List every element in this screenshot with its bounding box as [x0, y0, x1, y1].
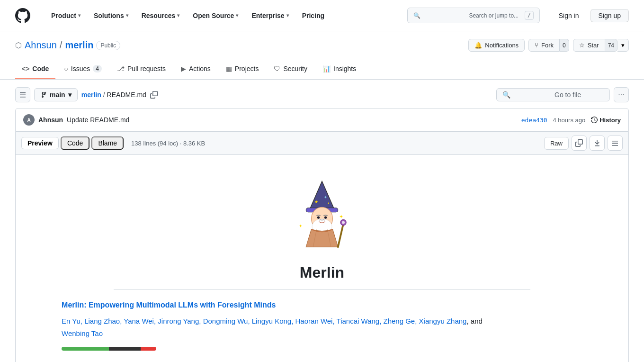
svg-text:✦: ✦	[324, 195, 327, 199]
code-tab[interactable]: Code	[61, 136, 89, 150]
nav-enterprise[interactable]: Enterprise ▾	[246, 8, 294, 23]
visibility-badge: Public	[96, 41, 120, 50]
author-xiangyu-zhang[interactable]: Xiangyu Zhang	[419, 317, 467, 325]
fork-button[interactable]: ⑂ Fork	[528, 39, 560, 52]
commit-author[interactable]: Ahnsun	[38, 116, 63, 124]
readme-paper-link[interactable]: Merlin: Empowering Multimodal LLMs with …	[62, 301, 276, 309]
commit-info-right: edea430 4 hours ago History	[521, 117, 621, 124]
security-icon: 🛡	[274, 65, 280, 72]
nav-opensource[interactable]: Open Source ▾	[187, 8, 244, 23]
breadcrumb-repo-link[interactable]: merlin	[81, 91, 101, 99]
svg-text:✦: ✦	[299, 224, 303, 228]
author-haoran-wei[interactable]: Haoran Wei	[295, 317, 333, 325]
author-zheng-ge[interactable]: Zheng Ge	[383, 317, 415, 325]
repo-actions: 🔔 Notifications ⑂ Fork 0 ☆ Star 74 ▾	[468, 39, 629, 52]
readme-subtitle: Merlin: Empowering Multimodal LLMs with …	[62, 301, 582, 309]
author-lingyu-kong[interactable]: Lingyu Kong	[252, 317, 291, 325]
svg-marker-0	[310, 181, 335, 210]
lines-button[interactable]	[608, 136, 623, 151]
more-options-button[interactable]: ···	[614, 87, 629, 102]
download-button[interactable]	[590, 136, 605, 151]
blame-tab[interactable]: Blame	[91, 136, 124, 150]
commit-row: A Ahnsun Update README.md edea430 4 hour…	[15, 108, 629, 132]
insights-icon: 📊	[322, 65, 331, 72]
top-navigation: Product ▾ Solutions ▾ Resources ▾ Open S…	[0, 0, 644, 31]
language-color-bar	[62, 347, 156, 351]
author-jinrong-yang[interactable]: Jinrong Yang	[158, 317, 199, 325]
nav-auth: Sign in Sign up	[551, 9, 629, 22]
nav-resources[interactable]: Resources ▾	[136, 8, 186, 23]
color-bar-segment-2	[109, 347, 141, 351]
author-tiancai-wang[interactable]: Tiancai Wang	[337, 317, 380, 325]
branch-selector[interactable]: main ▾	[34, 88, 78, 101]
sign-up-button[interactable]: Sign up	[590, 9, 629, 22]
chevron-down-icon: ▾	[126, 13, 128, 18]
tab-security[interactable]: 🛡 Security	[267, 59, 314, 79]
branch-icon	[40, 91, 47, 98]
svg-text:✦: ✦	[339, 214, 343, 219]
avatar: A	[23, 114, 35, 126]
svg-text:★: ★	[314, 199, 318, 204]
author-en-yu[interactable]: En Yu	[62, 317, 80, 325]
sidebar-toggle-button[interactable]	[15, 87, 30, 102]
readme-authors: En Yu, Liang Zhao, Yana Wei, Jinrong Yan…	[62, 315, 582, 339]
svg-line-10	[338, 224, 343, 247]
file-toolbar: Preview Code Blame 138 lines (94 loc) · …	[15, 132, 629, 155]
tab-projects[interactable]: ▦ Projects	[219, 59, 266, 79]
tab-pull-requests[interactable]: ⎇ Pull requests	[110, 59, 172, 79]
chevron-down-icon: ▾	[78, 13, 80, 18]
star-icon: ☆	[579, 42, 585, 49]
star-expand-button[interactable]: ▾	[617, 39, 629, 52]
tab-insights[interactable]: 📊 Insights	[316, 59, 363, 79]
github-logo[interactable]	[15, 8, 30, 23]
author-wenbing-tao[interactable]: Wenbing Tao	[62, 329, 103, 337]
nav-items: Product ▾ Solutions ▾ Resources ▾ Open S…	[45, 8, 400, 23]
actions-icon: ▶	[181, 65, 186, 72]
notifications-button[interactable]: 🔔 Notifications	[468, 39, 525, 52]
readme-title: Merlin	[114, 264, 530, 290]
file-nav-right: 🔍 Go to file ···	[496, 87, 629, 102]
svg-point-9	[324, 216, 327, 218]
nav-pricing[interactable]: Pricing	[296, 8, 330, 23]
file-nav-row: main ▾ merlin / README.md 🔍 Go to file ·…	[15, 87, 629, 102]
star-group: ☆ Star 74 ▾	[573, 39, 629, 52]
bell-icon: 🔔	[474, 42, 482, 49]
author-liang-zhao[interactable]: Liang Zhao	[84, 317, 120, 325]
color-bar-segment-1	[62, 347, 109, 351]
star-count[interactable]: 74	[605, 39, 617, 52]
readme-content: Merlin Merlin: Empowering Multimodal LLM…	[62, 264, 582, 351]
tab-actions[interactable]: ▶ Actions	[174, 59, 217, 79]
tab-code[interactable]: <> Code	[15, 59, 55, 79]
wizard-image: ★ ✦ ✦	[286, 178, 358, 249]
copy-content-button[interactable]	[572, 136, 587, 151]
file-nav-left: main ▾ merlin / README.md	[15, 87, 160, 102]
history-link[interactable]: History	[591, 117, 621, 124]
repo-owner-link[interactable]: Ahnsun	[25, 40, 57, 51]
repo-header: ⬡ Ahnsun / merlin Public 🔔 Notifications…	[0, 31, 644, 59]
search-box[interactable]: 🔍 Search or jump to... /	[407, 8, 540, 23]
preview-tab[interactable]: Preview	[21, 137, 59, 149]
svg-text:✦: ✦	[327, 202, 330, 205]
file-view-tabs: Preview Code Blame 138 lines (94 loc) · …	[21, 136, 211, 150]
tab-issues[interactable]: ○ Issues 4	[57, 59, 108, 79]
raw-button[interactable]: Raw	[544, 137, 569, 150]
commit-sha[interactable]: edea430	[521, 117, 547, 124]
sign-in-button[interactable]: Sign in	[551, 9, 587, 22]
nav-product[interactable]: Product ▾	[45, 8, 86, 23]
nav-solutions[interactable]: Solutions ▾	[88, 8, 134, 23]
fork-group: ⑂ Fork 0	[528, 39, 569, 52]
history-icon	[591, 117, 598, 123]
commit-time: 4 hours ago	[553, 117, 586, 124]
author-dongming-wu[interactable]: Dongming Wu	[203, 317, 248, 325]
repo-name-link[interactable]: merlin	[65, 40, 93, 51]
code-icon: <>	[22, 65, 29, 72]
copy-path-button[interactable]	[148, 89, 160, 100]
chevron-down-icon: ▾	[177, 13, 179, 18]
fork-count[interactable]: 0	[560, 39, 569, 52]
repo-tabs: <> Code ○ Issues 4 ⎇ Pull requests ▶ Act…	[0, 59, 644, 80]
star-button[interactable]: ☆ Star	[573, 39, 605, 52]
chevron-down-icon: ▾	[236, 13, 238, 18]
search-kbd: /	[525, 11, 534, 20]
goto-file-button[interactable]: 🔍 Go to file	[496, 88, 610, 101]
author-yana-wei[interactable]: Yana Wei	[124, 317, 154, 325]
